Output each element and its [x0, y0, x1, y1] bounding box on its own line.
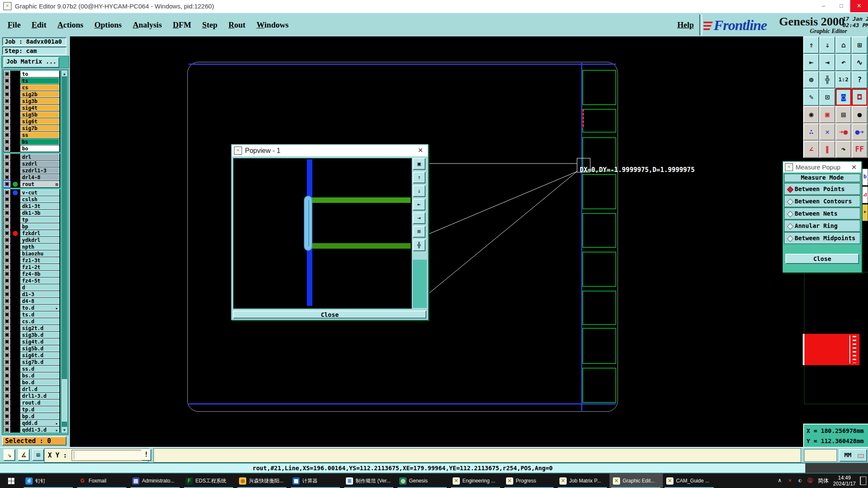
layer-checkbox-bp.d[interactable]	[5, 414, 9, 419]
layer-row-drl4-8[interactable]: drl4-8	[3, 174, 60, 181]
pad-select-icon[interactable]: ●	[851, 106, 868, 123]
layer-row-ts.d[interactable]: ts.d	[3, 311, 60, 318]
layer-row-rout.d[interactable]: rout.d	[3, 399, 60, 406]
popview-new-window-icon[interactable]: ▣	[413, 158, 426, 170]
layer-row-fz1-2t[interactable]: fz1-2t	[3, 264, 60, 271]
menu-item-windows[interactable]: Windows	[256, 20, 289, 30]
input-language[interactable]: 简体	[818, 477, 829, 485]
feature-info-icon[interactable]: ◉	[803, 106, 819, 123]
units-button[interactable]: MM	[839, 449, 867, 462]
taskbar-item-foxmail[interactable]: GFoxmail	[75, 474, 129, 488]
taskbar-item--[interactable]: ◉兴森快捷衡阳...	[236, 474, 289, 488]
command-bang-button[interactable]: !	[141, 449, 151, 461]
popview-close-button[interactable]: Close	[233, 311, 426, 319]
layer-checkbox-sig4t[interactable]	[5, 105, 9, 110]
layer-checkbox-ydkdrl[interactable]	[5, 238, 9, 242]
start-button[interactable]	[0, 474, 22, 488]
layer-row-biaozhu[interactable]: biaozhu	[3, 250, 60, 257]
popview-zoom-fit-icon[interactable]: ⊞	[413, 226, 426, 238]
layer-checkbox-sig7b[interactable]	[5, 126, 9, 130]
layer-row-sig2t.d[interactable]: sig2t.d	[3, 325, 60, 332]
popview-pan-right-icon[interactable]: ⇥	[413, 212, 426, 224]
layer-row-dk1-3t[interactable]: dk1-3t	[3, 203, 60, 210]
taskbar-item-cam_guide-[interactable]: ✕CAM_Guide ...	[663, 474, 716, 488]
layer-checkbox-fz1-2t[interactable]	[5, 265, 9, 269]
layer-checkbox-sig7b.d[interactable]	[5, 360, 9, 364]
layer-row-tp[interactable]: tp	[3, 216, 60, 223]
layer-row-fz4-5t[interactable]: fz4-5t	[3, 277, 60, 284]
layer-row-rout[interactable]: rout⊞	[3, 181, 60, 188]
layer-checkbox-npth[interactable]	[5, 244, 9, 249]
menu-item-step[interactable]: Step	[202, 20, 217, 30]
tray-clock[interactable]: 14:49 2024/1/17	[833, 475, 856, 487]
select-mode-icon[interactable]: ⇘	[3, 449, 15, 461]
ruler-icon[interactable]: ▤	[835, 106, 851, 123]
layer-checkbox-ts.d[interactable]	[5, 312, 9, 317]
layer-row-sig3b.d[interactable]: sig3b.d	[3, 332, 60, 338]
layer-row-fzkdrl[interactable]: fzkdrl	[3, 230, 60, 237]
layer-row-qdd1-3.d[interactable]: qdd1-3.d▸	[3, 427, 60, 433]
main-canvas[interactable]: DX=0,DY=-1.9999975,D=1.9999975 X = 180.2…	[70, 36, 868, 447]
layer-checkbox-biaozhu[interactable]	[5, 251, 9, 256]
copy-feature-icon[interactable]: ▣	[819, 106, 835, 123]
layer-checkbox-dk1-3t[interactable]	[5, 204, 9, 208]
layer-checkbox-sig5b[interactable]	[5, 112, 9, 117]
layer-row-fz4-8b[interactable]: fz4-8b	[3, 271, 60, 277]
layer-checkbox-d4-8[interactable]	[5, 299, 9, 303]
mirror-icon[interactable]: FF	[851, 141, 868, 158]
layer-row-sig2b[interactable]: sig2b	[3, 91, 60, 98]
layer-checkbox-cs.d[interactable]	[5, 319, 9, 324]
measure-option-annular-ring[interactable]: Annular Ring	[784, 220, 860, 232]
layer-row-drl1-3.d[interactable]: drl1-3.d	[3, 393, 60, 399]
layer-row-sig5b[interactable]: sig5b	[3, 111, 60, 118]
taskbar-item-administrato-[interactable]: ▤Administrato...	[129, 474, 182, 488]
layer-row-sig5b.d[interactable]: sig5b.d	[3, 345, 60, 352]
layer-row-ss[interactable]: ss	[3, 132, 60, 139]
layer-row-fz1-3t[interactable]: fz1-3t	[3, 257, 60, 264]
popview-zoom-out-icon[interactable]: ⇓	[413, 185, 426, 197]
layer-checkbox-bo.d[interactable]	[5, 380, 9, 385]
layer-row-d[interactable]: d	[3, 284, 60, 291]
highlight-net-alt-icon[interactable]: ◘	[851, 89, 868, 106]
popview-canvas[interactable]	[233, 158, 412, 309]
xy-input[interactable]	[72, 450, 146, 461]
layer-checkbox-d1-3[interactable]	[5, 292, 9, 297]
layer-checkbox-cs[interactable]	[5, 85, 9, 90]
layer-checkbox-szdrl1-3[interactable]	[5, 168, 9, 173]
layer-row-ydkdrl[interactable]: ydkdrl	[3, 237, 60, 244]
layer-row-d1-3[interactable]: d1-3	[3, 291, 60, 298]
layer-checkbox-sig3b.d[interactable]	[5, 333, 9, 337]
arc-measure-icon[interactable]: ↷	[835, 141, 851, 158]
maximize-button[interactable]: □	[832, 0, 850, 12]
layer-row-drl[interactable]: drl	[3, 154, 60, 161]
zoom-out-icon[interactable]: ⇓	[819, 36, 835, 54]
measure-popup-close-button[interactable]: Close	[785, 254, 859, 264]
layer-checkbox-szdrl[interactable]	[5, 161, 9, 166]
layer-row-d4-8[interactable]: d4-8	[3, 298, 60, 305]
menu-item-edit[interactable]: Edit	[32, 20, 47, 30]
layer-checkbox-sig5b.d[interactable]	[5, 346, 9, 351]
layer-row-tp.d[interactable]: tp.d	[3, 406, 60, 413]
pan-center-icon[interactable]: ╬	[819, 71, 835, 89]
taskbar-item-genesis[interactable]: ◍Genesis	[396, 474, 449, 488]
zoom-fit-icon[interactable]: ⊕	[803, 71, 819, 89]
layer-checkbox-fzkdrl[interactable]	[5, 231, 9, 236]
zoom-in-icon[interactable]: ⇑	[803, 36, 819, 54]
layer-row-sig7b.d[interactable]: sig7b.d	[3, 359, 60, 366]
delete-select-icon[interactable]: ✕	[819, 123, 835, 141]
taskbar-item-graphic-edit-[interactable]: ✕Graphic Edit...	[609, 474, 663, 488]
layer-row-bo[interactable]: bo	[3, 145, 60, 152]
layer-row-cs.d[interactable]: cs.d	[3, 318, 60, 325]
layer-checkbox-bp[interactable]	[5, 224, 9, 229]
layer-list-scrollbar[interactable]: ▲ ▼	[62, 71, 67, 433]
scroll-up-icon[interactable]: ▲	[62, 71, 67, 76]
popview-close-icon[interactable]: ✕	[416, 146, 425, 155]
layer-checkbox-sig6t.d[interactable]	[5, 353, 9, 358]
scroll-slider[interactable]	[62, 379, 67, 421]
layer-row-to.d[interactable]: to.d▸	[3, 305, 60, 311]
help-icon[interactable]: ?	[851, 71, 868, 89]
edge-tool-select-net-icon[interactable]: ➤	[862, 204, 868, 221]
measure-option-between-points[interactable]: Between Points	[784, 183, 860, 195]
measure-option-between-contours[interactable]: Between Contours	[784, 195, 860, 207]
popview-titlebar[interactable]: ✕ Popview - 1 ✕	[232, 145, 428, 156]
